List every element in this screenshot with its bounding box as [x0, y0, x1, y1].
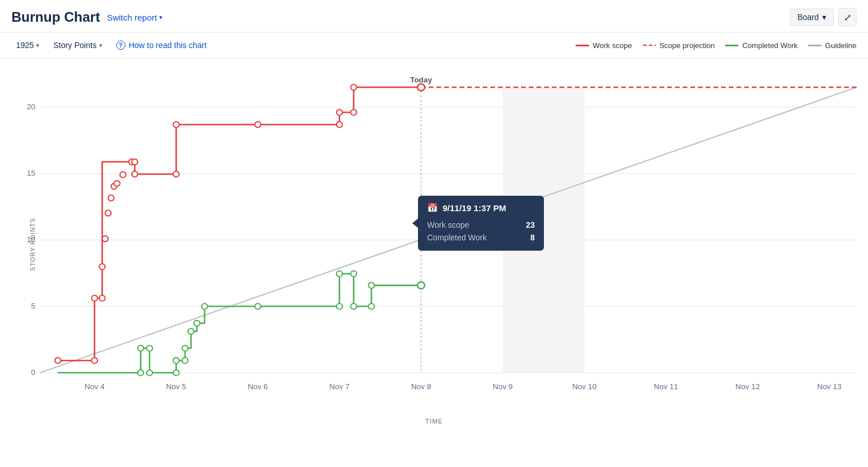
svg-text:5: 5	[31, 302, 35, 310]
svg-text:Nov 9: Nov 9	[493, 382, 513, 391]
svg-point-62	[351, 303, 357, 309]
legend-guideline-label: Guideline	[825, 41, 857, 50]
legend-work-scope-label: Work scope	[593, 41, 632, 50]
svg-point-57	[202, 303, 207, 309]
svg-point-60	[337, 271, 342, 276]
svg-text:20: 20	[27, 102, 35, 111]
svg-text:10: 10	[27, 235, 35, 244]
switch-report-label: Switch report	[107, 13, 157, 22]
chart-svg: 0 5 10 15 20 Nov 4 Nov 5 Nov 6 Nov 7 Nov…	[40, 70, 857, 396]
toolbar-left: 1925 ▾ Story Points ▾ ? How to read this…	[11, 38, 575, 52]
svg-point-47	[138, 370, 144, 375]
legend-completed-work: Completed Work	[725, 41, 798, 50]
svg-point-32	[108, 195, 114, 201]
svg-point-65	[417, 282, 424, 289]
svg-point-27	[92, 295, 97, 301]
svg-point-40	[173, 122, 179, 128]
chart-area: STORY POINTS TIME 0 5 10 15 20 Nov 4 Nov…	[0, 58, 868, 430]
legend-completed-work-label: Completed Work	[742, 41, 798, 50]
svg-text:Nov 11: Nov 11	[654, 382, 678, 391]
svg-point-25	[55, 358, 61, 363]
svg-text:Today: Today	[410, 76, 432, 84]
svg-text:Nov 6: Nov 6	[248, 382, 268, 391]
switch-report-button[interactable]: Switch report ▾	[107, 13, 163, 22]
svg-point-56	[194, 320, 200, 326]
svg-point-48	[138, 345, 144, 351]
svg-point-55	[188, 329, 194, 334]
toolbar: 1925 ▾ Story Points ▾ ? How to read this…	[0, 33, 868, 58]
svg-point-49	[147, 345, 152, 351]
how-to-read-label: How to read this chart	[129, 41, 207, 50]
svg-text:Nov 8: Nov 8	[411, 382, 431, 391]
svg-point-44	[351, 109, 357, 115]
svg-point-26	[92, 358, 97, 363]
svg-text:Nov 7: Nov 7	[329, 382, 349, 391]
page-header: Burnup Chart Switch report ▾ Board ▾ ⤢	[0, 0, 868, 33]
svg-point-52	[173, 358, 179, 363]
svg-text:0: 0	[31, 368, 35, 377]
svg-point-64	[369, 283, 374, 288]
chart-container: 0 5 10 15 20 Nov 4 Nov 5 Nov 6 Nov 7 Nov…	[40, 70, 857, 396]
svg-point-54	[182, 345, 188, 351]
legend-work-scope: Work scope	[575, 41, 632, 50]
legend-guideline: Guideline	[808, 41, 857, 50]
svg-point-42	[337, 122, 342, 128]
svg-point-46	[417, 84, 424, 90]
scope-projection-line-icon	[642, 45, 656, 46]
svg-point-63	[369, 303, 374, 309]
svg-line-23	[40, 88, 857, 373]
metric-dropdown[interactable]: Story Points ▾	[49, 38, 106, 52]
svg-point-50	[147, 370, 152, 375]
svg-rect-20	[503, 88, 585, 373]
completed-work-line-icon	[725, 45, 739, 46]
help-icon: ?	[116, 41, 125, 50]
svg-point-58	[255, 303, 261, 309]
metric-chevron-icon: ▾	[99, 42, 102, 49]
svg-point-53	[182, 358, 188, 363]
x-axis-label: TIME	[425, 418, 443, 425]
metric-label: Story Points	[53, 41, 96, 50]
board-label: Board	[798, 13, 819, 22]
svg-point-41	[255, 122, 261, 128]
expand-icon: ⤢	[844, 12, 851, 23]
work-scope-line-icon	[575, 45, 589, 46]
svg-text:15: 15	[27, 169, 35, 177]
svg-point-59	[337, 303, 342, 309]
y-axis-label: STORY POINTS	[29, 217, 36, 271]
header-right: Board ▾ ⤢	[790, 8, 857, 26]
svg-text:Nov 4: Nov 4	[85, 382, 105, 391]
how-to-read-button[interactable]: ? How to read this chart	[112, 38, 211, 52]
switch-report-chevron-icon: ▾	[159, 14, 163, 21]
svg-point-35	[120, 172, 126, 177]
svg-point-30	[102, 236, 108, 242]
sprint-chevron-icon: ▾	[36, 42, 40, 49]
svg-point-31	[105, 210, 111, 216]
svg-text:Nov 12: Nov 12	[736, 382, 760, 391]
svg-point-61	[351, 271, 357, 276]
page-title: Burnup Chart	[11, 9, 100, 25]
svg-point-39	[173, 171, 179, 177]
guideline-line-icon	[808, 45, 822, 46]
expand-button[interactable]: ⤢	[838, 8, 857, 26]
board-chevron-icon: ▾	[822, 13, 826, 22]
board-button[interactable]: Board ▾	[790, 9, 834, 26]
svg-point-38	[132, 171, 137, 177]
svg-text:Nov 13: Nov 13	[817, 382, 842, 391]
svg-point-28	[99, 295, 105, 301]
sprint-dropdown[interactable]: 1925 ▾	[11, 38, 44, 52]
toolbar-right: Work scope Scope projection Completed Wo…	[575, 41, 857, 50]
legend-scope-projection-label: Scope projection	[660, 41, 715, 50]
svg-point-37	[132, 159, 137, 165]
legend-scope-projection: Scope projection	[642, 41, 715, 50]
svg-point-51	[173, 370, 179, 375]
svg-point-29	[99, 264, 105, 270]
svg-point-43	[337, 109, 342, 115]
svg-point-34	[114, 180, 120, 186]
svg-point-45	[351, 84, 357, 90]
svg-text:Nov 5: Nov 5	[166, 382, 186, 391]
sprint-label: 1925	[16, 41, 34, 50]
header-left: Burnup Chart Switch report ▾	[11, 9, 163, 25]
svg-text:Nov 10: Nov 10	[572, 382, 597, 391]
